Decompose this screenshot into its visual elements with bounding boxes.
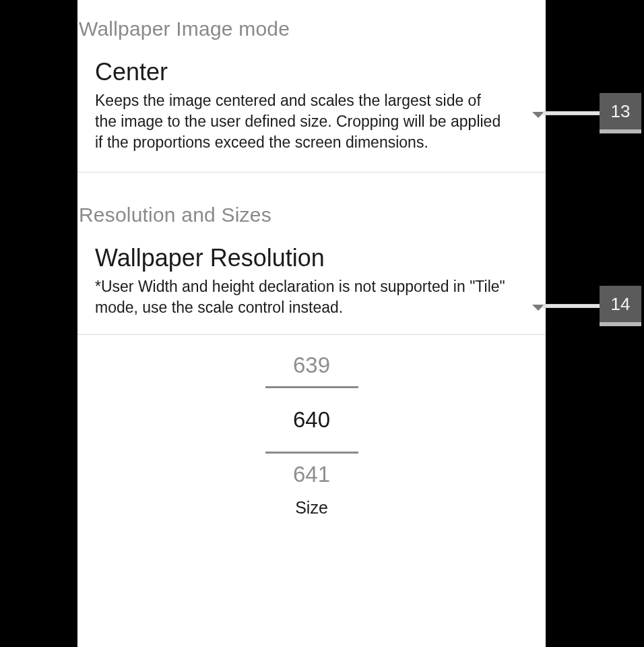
settings-panel: Wallpaper Image mode Center Keeps the im… [77, 0, 546, 647]
picker-caption: Size [77, 498, 546, 518]
wallpaper-resolution-description: *User Width and height declaration is no… [95, 276, 505, 318]
callout-connector [543, 304, 600, 308]
wallpaper-mode-title: Center [95, 58, 505, 86]
callout-badge: 13 [600, 93, 641, 133]
wallpaper-mode-description: Keeps the image centered and scales the … [95, 90, 505, 153]
wallpaper-resolution-title: Wallpaper Resolution [95, 244, 505, 272]
section-header-resolution: Resolution and Sizes [77, 173, 546, 232]
annotation-callout-13: 13 [543, 93, 641, 133]
wallpaper-mode-item[interactable]: Center Keeps the image centered and scal… [77, 46, 546, 166]
annotation-callout-14: 14 [543, 286, 641, 326]
callout-badge: 14 [600, 286, 641, 326]
picker-next-value: 641 [77, 454, 546, 495]
picker-current-value: 640 [77, 388, 546, 452]
section-header-wallpaper-mode: Wallpaper Image mode [77, 0, 546, 46]
picker-prev-value: 639 [77, 344, 546, 386]
wallpaper-resolution-item[interactable]: Wallpaper Resolution *User Width and hei… [77, 232, 546, 329]
size-number-picker[interactable]: 639 640 641 Size [77, 335, 546, 518]
callout-connector [543, 111, 600, 115]
